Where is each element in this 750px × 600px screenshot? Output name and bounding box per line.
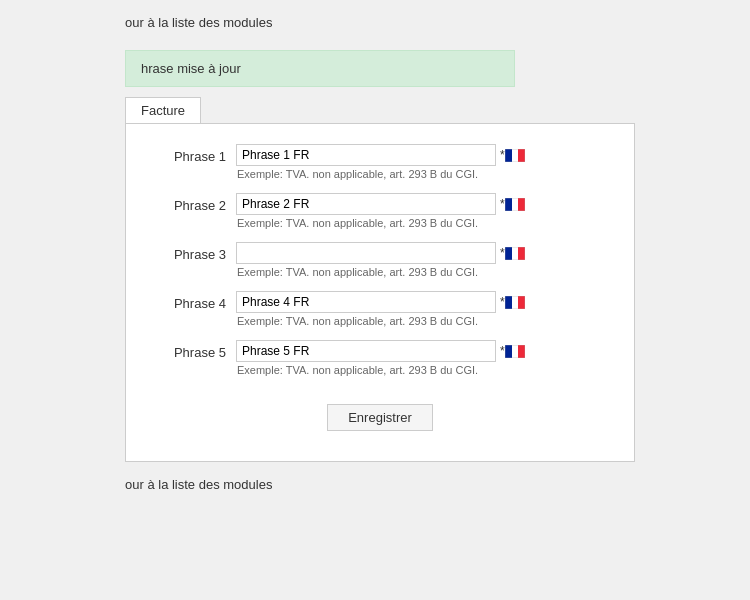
tab-bar: Facture [125,97,730,123]
field-row-3: * [236,242,614,264]
fr-flag-5 [505,345,525,358]
field-group-1: * Exemple: TVA. non applicable, art. 293… [236,144,614,188]
hint-text-1: Exemple: TVA. non applicable, art. 293 B… [236,168,614,180]
svg-rect-8 [505,247,512,260]
button-row: Enregistrer [146,404,614,441]
phrase-input-2[interactable] [236,193,496,215]
fr-flag-1 [505,149,525,162]
field-row-5: * [236,340,614,362]
phrase-label-3: Phrase 3 [146,242,236,262]
svg-rect-1 [512,149,518,162]
field-group-2: * Exemple: TVA. non applicable, art. 293… [236,193,614,237]
form-panel: Phrase 1 * Exemple: TVA. non applicable,… [125,123,635,462]
phrase-input-4[interactable] [236,291,496,313]
form-row-2: Phrase 2 * Exemple: TVA. non applicable,… [146,193,614,237]
svg-rect-2 [518,149,525,162]
phrase-label-4: Phrase 4 [146,291,236,311]
bottom-link: our à la liste des modules [0,462,750,502]
save-button-label: Enregistrer [348,410,412,425]
tab-section: Facture Phrase 1 * Exemple: TVA. non app… [125,97,730,462]
svg-rect-4 [505,198,512,211]
fr-flag-4 [505,296,525,309]
form-row-3: Phrase 3 * Exemple: TVA. non applicable,… [146,242,614,286]
form-rows-container: Phrase 1 * Exemple: TVA. non applicable,… [146,144,614,384]
field-row-1: * [236,144,614,166]
svg-rect-13 [512,296,518,309]
form-row-4: Phrase 4 * Exemple: TVA. non applicable,… [146,291,614,335]
field-group-5: * Exemple: TVA. non applicable, art. 293… [236,340,614,384]
phrase-input-3[interactable] [236,242,496,264]
hint-text-5: Exemple: TVA. non applicable, art. 293 B… [236,364,614,376]
svg-rect-16 [505,345,512,358]
phrase-label-2: Phrase 2 [146,193,236,213]
phrase-label-5: Phrase 5 [146,340,236,360]
phrase-label-1: Phrase 1 [146,144,236,164]
svg-rect-18 [518,345,525,358]
field-row-2: * [236,193,614,215]
tab-facture[interactable]: Facture [125,97,201,123]
hint-text-4: Exemple: TVA. non applicable, art. 293 B… [236,315,614,327]
svg-rect-9 [512,247,518,260]
top-link-text: our à la liste des modules [125,15,272,30]
hint-text-2: Exemple: TVA. non applicable, art. 293 B… [236,217,614,229]
success-message-text: hrase mise à jour [141,61,241,76]
field-group-3: * Exemple: TVA. non applicable, art. 293… [236,242,614,286]
svg-rect-10 [518,247,525,260]
svg-rect-14 [518,296,525,309]
top-link: our à la liste des modules [0,0,750,40]
save-button[interactable]: Enregistrer [327,404,433,431]
tab-facture-label: Facture [141,103,185,118]
form-row-1: Phrase 1 * Exemple: TVA. non applicable,… [146,144,614,188]
phrase-input-1[interactable] [236,144,496,166]
phrase-input-5[interactable] [236,340,496,362]
page-wrapper: our à la liste des modules hrase mise à … [0,0,750,600]
success-message: hrase mise à jour [125,50,515,87]
hint-text-3: Exemple: TVA. non applicable, art. 293 B… [236,266,614,278]
svg-rect-5 [512,198,518,211]
fr-flag-2 [505,198,525,211]
svg-rect-6 [518,198,525,211]
svg-rect-17 [512,345,518,358]
svg-rect-12 [505,296,512,309]
field-row-4: * [236,291,614,313]
field-group-4: * Exemple: TVA. non applicable, art. 293… [236,291,614,335]
form-row-5: Phrase 5 * Exemple: TVA. non applicable,… [146,340,614,384]
bottom-link-text: our à la liste des modules [125,477,272,492]
fr-flag-3 [505,247,525,260]
svg-rect-0 [505,149,512,162]
